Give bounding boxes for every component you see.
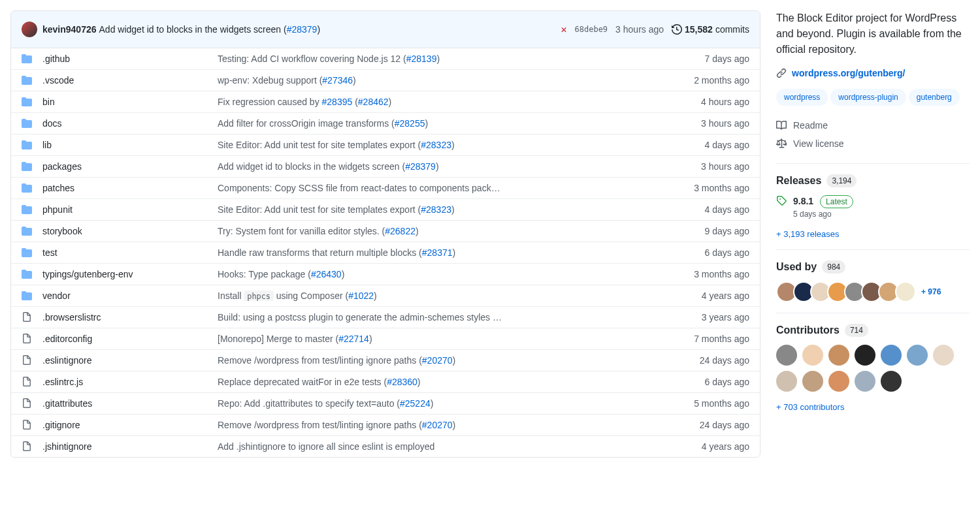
issue-link[interactable]: #26430 bbox=[311, 269, 342, 279]
file-name[interactable]: packages bbox=[42, 161, 218, 172]
readme-link[interactable]: Readme bbox=[776, 116, 970, 134]
contributor-avatar[interactable] bbox=[907, 345, 928, 366]
commit-issue-link[interactable]: #28379 bbox=[287, 24, 318, 35]
issue-link[interactable]: #28395 bbox=[322, 97, 353, 107]
commit-message[interactable]: Fix regression caused by #28395 (#28462) bbox=[218, 97, 671, 107]
ci-status-fail-icon[interactable]: ✕ bbox=[561, 24, 566, 35]
commit-message[interactable]: Components: Copy SCSS file from react-da… bbox=[218, 183, 671, 193]
commit-message[interactable]: Replace deprecated waitFor in e2e tests … bbox=[218, 377, 671, 387]
issue-link[interactable]: #28323 bbox=[421, 140, 451, 150]
commit-sha-link[interactable]: 68debe9 bbox=[575, 25, 608, 34]
file-row: .gitattributesRepo: Add .gitattributes t… bbox=[11, 393, 760, 415]
user-avatar[interactable] bbox=[895, 281, 916, 302]
issue-link[interactable]: #27346 bbox=[322, 75, 353, 86]
commit-message[interactable]: Hooks: Type package (#26430) bbox=[218, 269, 671, 279]
contributor-avatar[interactable] bbox=[776, 371, 797, 392]
issue-link[interactable]: #28139 bbox=[406, 54, 437, 64]
topic-tag[interactable]: wordpress bbox=[776, 89, 828, 106]
issue-link[interactable]: #22714 bbox=[338, 334, 369, 344]
issue-link[interactable]: #28255 bbox=[395, 118, 425, 129]
file-name[interactable]: .gitattributes bbox=[42, 398, 218, 409]
folder-icon bbox=[22, 183, 42, 193]
issue-link[interactable]: #28462 bbox=[358, 97, 389, 107]
commits-count: 15,582 bbox=[685, 24, 713, 35]
commit-message[interactable]: Add .jshintignore to ignore all since es… bbox=[218, 441, 671, 452]
issue-link[interactable]: #25224 bbox=[400, 398, 431, 409]
contributor-avatar[interactable] bbox=[802, 371, 823, 392]
commits-history-link[interactable]: 15,582 commits bbox=[672, 24, 749, 35]
file-name[interactable]: docs bbox=[42, 118, 218, 129]
commit-message[interactable]: [Monorepo] Merge to master (#22714) bbox=[218, 334, 671, 344]
contributor-avatar[interactable] bbox=[855, 371, 875, 392]
file-name[interactable]: .eslintrc.js bbox=[42, 377, 218, 387]
file-name[interactable]: .browserslistrc bbox=[42, 312, 218, 322]
commit-time: 3 hours ago bbox=[615, 24, 664, 35]
issue-link[interactable]: #28371 bbox=[422, 247, 453, 258]
usedby-count: 984 bbox=[822, 260, 845, 274]
commit-message[interactable]: Remove /wordpress from test/linting igno… bbox=[218, 355, 671, 366]
folder-icon bbox=[22, 97, 42, 107]
contributor-avatar[interactable] bbox=[881, 371, 902, 392]
about-url-link[interactable]: wordpress.org/gutenberg/ bbox=[792, 68, 905, 78]
book-icon bbox=[776, 120, 787, 131]
usedby-avatars[interactable]: + 976 bbox=[776, 281, 970, 302]
file-name[interactable]: phpunit bbox=[42, 204, 218, 215]
file-name[interactable]: .eslintignore bbox=[42, 355, 218, 366]
link-icon bbox=[776, 68, 787, 78]
file-name[interactable]: patches bbox=[42, 183, 218, 193]
file-name[interactable]: .jshintignore bbox=[42, 441, 218, 452]
more-releases-link[interactable]: + 3,193 releases bbox=[776, 229, 839, 239]
file-name[interactable]: bin bbox=[42, 97, 218, 107]
file-name[interactable]: typings/gutenberg-env bbox=[42, 269, 218, 279]
commit-message[interactable]: Build: using a postcss plugin to generat… bbox=[218, 312, 671, 322]
issue-link[interactable]: #20270 bbox=[422, 355, 453, 366]
usedby-heading[interactable]: Used by 984 bbox=[776, 260, 970, 274]
file-name[interactable]: .editorconfig bbox=[42, 334, 218, 344]
releases-heading[interactable]: Releases 3,194 bbox=[776, 174, 970, 187]
commit-message[interactable]: wp-env: Xdebug support (#27346) bbox=[218, 75, 671, 86]
file-name[interactable]: .gitignore bbox=[42, 420, 218, 430]
latest-release[interactable]: 9.8.1 Latest 5 days ago bbox=[776, 195, 970, 219]
topic-tag[interactable]: wordpress-plugin bbox=[830, 89, 906, 106]
topic-tag[interactable]: gutenberg bbox=[909, 89, 960, 106]
issue-link[interactable]: #28360 bbox=[387, 377, 417, 387]
contributor-avatar[interactable] bbox=[828, 345, 849, 366]
contributor-avatar[interactable] bbox=[855, 345, 875, 366]
contributor-avatar[interactable] bbox=[776, 345, 797, 366]
about-url[interactable]: wordpress.org/gutenberg/ bbox=[776, 68, 970, 78]
contributor-avatar[interactable] bbox=[828, 371, 849, 392]
file-name[interactable]: storybook bbox=[42, 226, 218, 236]
commit-message[interactable]: Try: System font for vanilla editor styl… bbox=[218, 226, 671, 236]
issue-link[interactable]: #28379 bbox=[405, 161, 436, 172]
commit-message[interactable]: Remove /wordpress from test/linting igno… bbox=[218, 420, 671, 430]
contributor-avatar[interactable] bbox=[933, 345, 954, 366]
issue-link[interactable]: #1022 bbox=[348, 291, 374, 301]
more-usedby-link[interactable]: + 976 bbox=[921, 287, 941, 296]
file-name[interactable]: vendor bbox=[42, 291, 218, 301]
issue-link[interactable]: #20270 bbox=[422, 420, 453, 430]
more-contributors-link[interactable]: + 703 contributors bbox=[776, 402, 844, 412]
commit-message[interactable]: Add filter for crossOrigin image transfo… bbox=[218, 118, 671, 129]
contributor-avatar[interactable] bbox=[881, 345, 902, 366]
commit-message[interactable]: Site Editor: Add unit test for site temp… bbox=[218, 140, 671, 150]
file-name[interactable]: .vscode bbox=[42, 75, 218, 86]
commit-message[interactable]: Testing: Add CI workflow covering Node.j… bbox=[218, 54, 671, 64]
commit-message[interactable]: Add widget id to blocks in the widgets s… bbox=[218, 161, 671, 172]
contributor-avatar[interactable] bbox=[802, 345, 823, 366]
author-avatar[interactable] bbox=[22, 22, 37, 37]
license-link[interactable]: View license bbox=[776, 134, 970, 153]
file-name[interactable]: .github bbox=[42, 54, 218, 64]
contributors-heading[interactable]: Contributors 714 bbox=[776, 324, 970, 337]
file-row: packagesAdd widget id to blocks in the w… bbox=[11, 156, 760, 178]
file-name[interactable]: test bbox=[42, 247, 218, 258]
commit-message[interactable]: Install phpcs using Composer (#1022) bbox=[218, 291, 671, 301]
commit-message[interactable]: Handle raw transforms that return multip… bbox=[218, 247, 671, 258]
commit-message[interactable]: Repo: Add .gitattributes to specify text… bbox=[218, 398, 671, 409]
commit-message[interactable]: Site Editor: Add unit test for site temp… bbox=[218, 204, 671, 215]
issue-link[interactable]: #28323 bbox=[421, 204, 451, 215]
commit-message[interactable]: Add widget id to blocks in the widgets s… bbox=[99, 24, 321, 35]
file-name[interactable]: lib bbox=[42, 140, 218, 150]
issue-link[interactable]: #26822 bbox=[385, 226, 416, 236]
file-row: .eslintrc.jsReplace deprecated waitFor i… bbox=[11, 371, 760, 393]
author-link[interactable]: kevin940726 bbox=[42, 24, 97, 35]
